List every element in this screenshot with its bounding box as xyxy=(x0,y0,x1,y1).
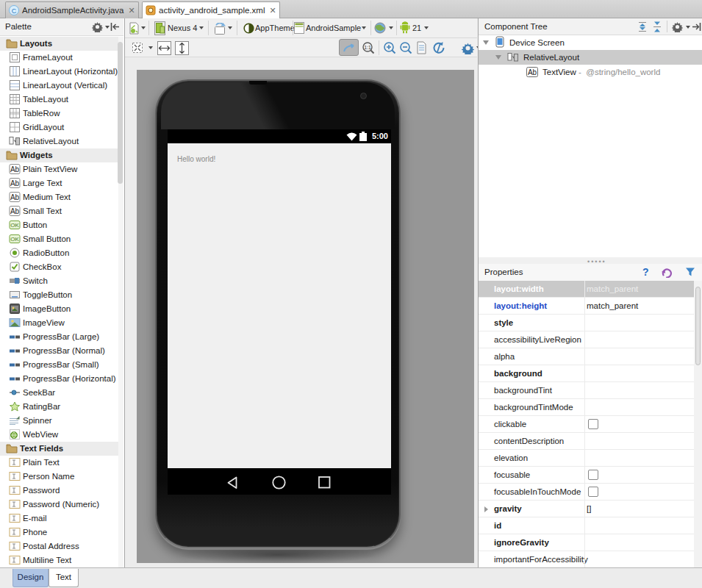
svg-text:C: C xyxy=(12,7,17,15)
svg-text:Ab: Ab xyxy=(10,193,20,201)
svg-text:Ab: Ab xyxy=(10,179,20,187)
svg-text:Ab: Ab xyxy=(10,165,20,173)
svg-text:Ab: Ab xyxy=(10,207,20,215)
svg-text:1:1: 1:1 xyxy=(364,45,371,50)
svg-text:Ab: Ab xyxy=(528,68,537,76)
svg-text:OK: OK xyxy=(10,222,19,229)
svg-text:OK: OK xyxy=(10,236,19,243)
